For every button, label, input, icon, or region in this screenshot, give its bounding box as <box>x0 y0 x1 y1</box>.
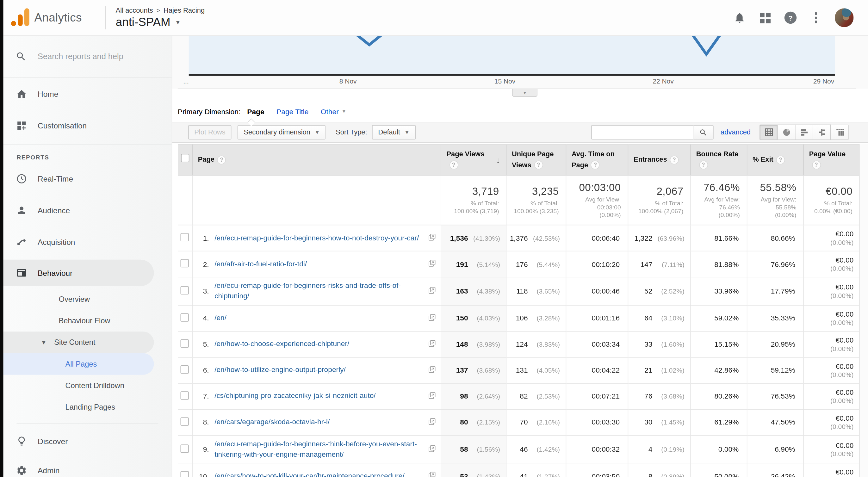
page-link[interactable]: /cs/chiptuning-pro-zacatecniky-jak-si-ne… <box>214 391 425 402</box>
external-link-icon[interactable] <box>428 340 436 349</box>
external-link-icon[interactable] <box>428 287 436 295</box>
more-vertical-icon[interactable] <box>809 11 823 24</box>
external-link-icon[interactable] <box>428 472 436 477</box>
external-link-icon[interactable] <box>428 445 436 454</box>
table-view-button[interactable] <box>760 125 778 140</box>
sidebar-item-acquisition[interactable]: Acquisition <box>3 226 172 257</box>
column-header-exit[interactable]: % Exit? <box>747 144 803 175</box>
external-link-icon[interactable] <box>428 234 436 243</box>
row-checkbox[interactable] <box>181 471 189 477</box>
help-icon[interactable]: ? <box>670 155 679 164</box>
help-icon[interactable]: ? <box>699 161 708 169</box>
help-icon[interactable]: ? <box>776 155 785 164</box>
primary-dimension-other[interactable]: Other <box>321 107 339 116</box>
sidebar-item-home[interactable]: Home <box>3 78 172 110</box>
pivot-view-button[interactable] <box>831 125 849 140</box>
external-link-icon[interactable] <box>428 391 436 401</box>
breadcrumb[interactable]: All accounts > Hajes Racing <box>116 7 205 14</box>
page-link[interactable]: /en/afr-air-to-fuel-ratio-for-tdi/ <box>214 259 425 269</box>
sidebar-item-admin[interactable]: Admin <box>3 455 172 477</box>
row-checkbox[interactable] <box>181 391 189 400</box>
column-header-page-views[interactable]: Page Views ?↓ <box>441 144 506 175</box>
apps-grid-icon[interactable] <box>758 11 772 24</box>
external-link-icon[interactable] <box>428 314 436 323</box>
row-checkbox[interactable] <box>181 313 189 321</box>
row-checkbox[interactable] <box>181 339 189 347</box>
column-header-entrances[interactable]: Entrances? <box>628 144 690 175</box>
column-header-unique-page-views[interactable]: Unique Page Views? <box>506 144 566 175</box>
row-checkbox[interactable] <box>181 259 189 267</box>
logo-area[interactable]: Analytics <box>3 8 105 28</box>
external-link-icon[interactable] <box>428 365 436 375</box>
page-link[interactable]: /en/ecu-remap-guide-for-beginners-how-to… <box>214 233 425 243</box>
column-header-bounce-rate[interactable]: Bounce Rate? <box>690 144 747 175</box>
page-link[interactable]: /en/ecu-remap-guide-for-beginners-risks-… <box>214 281 425 301</box>
sort-type-dropdown[interactable]: Default▼ <box>372 125 415 140</box>
exit-cell: 20.95% <box>747 331 803 357</box>
sidebar-item-landing-pages[interactable]: Landing Pages <box>3 396 172 418</box>
timeline-chart[interactable]: ... 8 Nov 15 Nov 22 Nov 29 Nov <box>172 35 868 89</box>
sidebar-item-audience[interactable]: Audience <box>3 194 172 226</box>
row-rank: 1. <box>194 234 209 242</box>
external-link-icon[interactable] <box>428 260 436 268</box>
search-input[interactable] <box>37 52 155 62</box>
performance-view-button[interactable] <box>796 125 813 140</box>
page-link[interactable]: /en/how-to-utilize-engine-output-properl… <box>214 365 425 376</box>
sidebar-item-customisation[interactable]: Customisation <box>3 110 172 141</box>
primary-dimension-page-title[interactable]: Page Title <box>276 107 308 116</box>
sidebar-item-behaviour[interactable]: Behaviour <box>3 260 154 286</box>
avatar[interactable] <box>835 8 854 27</box>
row-checkbox[interactable] <box>181 417 189 425</box>
sidebar-item-behaviour-flow[interactable]: Behaviour Flow <box>3 310 172 331</box>
breadcrumb-root[interactable]: All accounts <box>116 7 153 14</box>
primary-dimension-page[interactable]: Page <box>247 107 264 116</box>
column-header-page-value[interactable]: Page Value? <box>803 144 859 175</box>
help-icon[interactable]: ? <box>784 11 797 24</box>
column-header-avg-time[interactable]: Avg. Time on Page? <box>566 144 628 175</box>
column-header-page[interactable]: Page? <box>192 144 441 175</box>
sidebar-item-discover[interactable]: Discover <box>3 427 172 455</box>
advanced-link[interactable]: advanced <box>721 128 751 136</box>
help-icon[interactable]: ? <box>534 161 543 169</box>
page-link[interactable]: /en/cars/egarage/skoda-octavia-hr-i/ <box>214 417 425 427</box>
help-icon[interactable]: ? <box>812 161 820 169</box>
help-icon[interactable]: ? <box>591 161 600 169</box>
sidebar-item-content-drilldown[interactable]: Content Drilldown <box>3 375 172 396</box>
page-link[interactable]: /en/cars/how-to-not-kill-your-car/hr-mai… <box>214 471 425 477</box>
sort-descending-icon[interactable]: ↓ <box>496 153 500 166</box>
row-rank: 2. <box>194 260 209 268</box>
help-icon[interactable]: ? <box>217 155 226 164</box>
comparison-view-button[interactable] <box>813 125 831 140</box>
page-link[interactable]: /en/ <box>214 313 425 323</box>
row-checkbox[interactable] <box>181 444 189 452</box>
axis-tick: 15 Nov <box>494 77 516 86</box>
plot-rows-button[interactable]: Plot Rows <box>188 125 231 140</box>
help-icon[interactable]: ? <box>449 161 458 169</box>
sidebar-item-site-content[interactable]: ▼ Site Content <box>3 331 154 353</box>
sidebar-item-overview[interactable]: Overview <box>3 288 172 310</box>
row-checkbox[interactable] <box>181 286 189 294</box>
notifications-bell-icon[interactable] <box>733 11 746 24</box>
page-link[interactable]: /en/how-to-choose-experienced-chiptuner/ <box>214 339 425 349</box>
secondary-dimension-dropdown[interactable]: Secondary dimension▼ <box>238 125 326 140</box>
property-selector[interactable]: anti-SPAM ▼ <box>116 15 205 29</box>
chart-collapse-handle[interactable]: ▼ <box>512 89 538 97</box>
triangle-down-icon: ▼ <box>41 340 46 345</box>
row-checkbox[interactable] <box>181 365 189 373</box>
external-link-icon[interactable] <box>428 418 436 427</box>
sidebar-item-all-pages[interactable]: All Pages <box>3 353 154 375</box>
chart-plot-area[interactable] <box>189 35 835 76</box>
select-all-checkbox[interactable] <box>181 154 189 162</box>
table-search-input[interactable] <box>591 125 694 140</box>
table-search-button[interactable] <box>693 125 713 140</box>
scrollbar-track[interactable] <box>859 144 868 477</box>
property-name[interactable]: anti-SPAM <box>116 15 170 29</box>
row-checkbox[interactable] <box>181 233 189 241</box>
page-value-cell: €0.00(0.00%) <box>803 435 859 464</box>
sidebar-item-realtime[interactable]: Real-Time <box>3 163 172 194</box>
unique-pageviews-cell: 46(1.42%) <box>506 435 566 464</box>
percentage-view-button[interactable] <box>778 125 796 140</box>
sidebar-search[interactable] <box>3 35 172 78</box>
breadcrumb-account[interactable]: Hajes Racing <box>163 7 205 14</box>
page-link[interactable]: /en/ecu-remap-guide-for-beginners-think-… <box>214 439 425 459</box>
